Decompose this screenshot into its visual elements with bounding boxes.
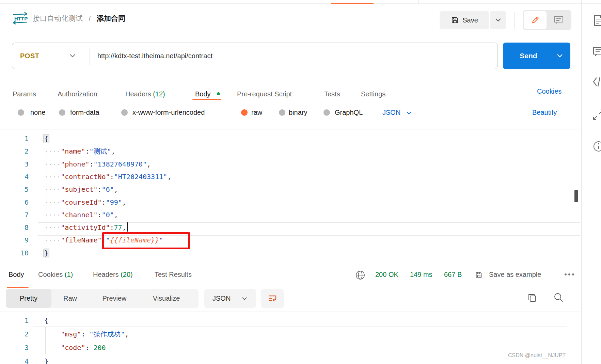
- radio-binary[interactable]: [279, 109, 285, 116]
- radio-raw-label[interactable]: raw: [251, 106, 262, 118]
- annotation-red-box: [102, 232, 190, 249]
- save-as-example-button[interactable]: Save as example: [489, 268, 541, 281]
- wrap-lines-button[interactable]: [261, 289, 284, 308]
- response-tab-cookies[interactable]: Cookies (1): [38, 268, 73, 281]
- comments-rail-icon[interactable]: [592, 46, 601, 58]
- radio-x-www-form-urlencoded[interactable]: [121, 109, 128, 116]
- cookies-link[interactable]: Cookies: [537, 85, 562, 97]
- tab-tests[interactable]: Tests: [324, 88, 340, 100]
- comments-button[interactable]: [548, 11, 570, 29]
- radio-none-label[interactable]: none: [30, 106, 46, 118]
- tab-params[interactable]: Params: [13, 88, 36, 100]
- line-number: 5: [0, 183, 29, 196]
- save-button-label: Save: [462, 16, 478, 24]
- active-tab-indicator: [331, 3, 374, 4]
- code-line[interactable]: 3 "code": 200: [0, 341, 581, 354]
- code-line[interactable]: 4}: [0, 354, 581, 364]
- code-line[interactable]: 8····"activityId":77,: [0, 221, 581, 234]
- comment-icon: [554, 16, 564, 25]
- edit-mode-button[interactable]: [524, 11, 547, 29]
- view-mode-pretty[interactable]: Pretty: [6, 289, 51, 308]
- language-selector[interactable]: JSON: [382, 106, 400, 118]
- view-mode-raw[interactable]: Raw: [51, 289, 89, 308]
- search-icon[interactable]: [553, 292, 564, 303]
- chevron-down-icon[interactable]: [69, 54, 76, 58]
- radio-none[interactable]: [18, 109, 24, 116]
- watermark: CSDN @nuist__NJUPT: [508, 352, 566, 359]
- response-time[interactable]: 149 ms: [410, 268, 432, 281]
- line-number: 3: [0, 341, 29, 354]
- code-line[interactable]: 1{: [0, 132, 581, 145]
- save-button[interactable]: Save: [440, 11, 489, 29]
- tab-settings[interactable]: Settings: [361, 88, 385, 100]
- editor-scrollbar-thumb[interactable]: [574, 190, 578, 202]
- globe-icon[interactable]: [355, 270, 365, 280]
- breadcrumb-request-name[interactable]: 添加合同: [97, 14, 125, 22]
- response-tab-body[interactable]: Body: [9, 268, 24, 281]
- code-line[interactable]: 4····"contractNo":"HT202403311",: [0, 171, 581, 183]
- radio-graphql-label[interactable]: GraphQL: [335, 106, 363, 118]
- more-options-icon[interactable]: [564, 272, 575, 276]
- response-size[interactable]: 667 B: [444, 268, 462, 281]
- radio-binary-label[interactable]: binary: [289, 106, 307, 118]
- code-line[interactable]: 7····"channel":"0",: [0, 209, 581, 221]
- save-icon: [451, 16, 459, 24]
- line-number: 6: [0, 196, 29, 209]
- chevron-down-icon: [242, 297, 247, 301]
- line-number: 9: [0, 234, 29, 247]
- response-tab-test-results[interactable]: Test Results: [155, 268, 192, 281]
- code-line[interactable]: 2 "msg": "操作成功",: [0, 327, 581, 341]
- code-line[interactable]: 10}: [0, 247, 581, 259]
- response-tab-headers[interactable]: Headers (20): [93, 268, 133, 281]
- documentation-icon[interactable]: [592, 14, 601, 27]
- radio-raw-selected[interactable]: [241, 109, 248, 116]
- chevron-down-icon: [495, 18, 501, 22]
- code-line[interactable]: 9····"fileName":"{{fileName}}": [0, 234, 581, 247]
- active-tab-underline: [192, 99, 221, 100]
- save-example-icon: [475, 271, 483, 279]
- radio-form-data-label[interactable]: form-data: [70, 106, 99, 118]
- header-divider: [515, 12, 515, 29]
- response-headers-count-badge: (20): [121, 271, 133, 278]
- line-number: 2: [0, 145, 29, 158]
- breadcrumb-collection[interactable]: 接口自动化测试: [33, 14, 83, 22]
- response-language-selector[interactable]: JSON: [204, 289, 256, 308]
- send-options-chevron-icon[interactable]: [557, 54, 563, 58]
- code-line[interactable]: 1{: [0, 314, 581, 327]
- radio-graphql[interactable]: [323, 109, 330, 116]
- open-tabs-strip[interactable]: [0, 0, 601, 4]
- beautify-link[interactable]: Beautify: [532, 106, 557, 118]
- view-mode-preview[interactable]: Preview: [89, 289, 140, 308]
- code-snippet-icon[interactable]: [592, 76, 601, 87]
- radio-x-www-form-urlencoded-label[interactable]: x-www-form-urlencoded: [132, 106, 205, 118]
- status-code[interactable]: 200 OK: [375, 268, 398, 281]
- line-number: 1: [0, 132, 29, 145]
- save-options-button[interactable]: [490, 11, 506, 29]
- code-line[interactable]: 2····"name":"测试",: [0, 145, 581, 158]
- chevron-down-icon[interactable]: [406, 111, 412, 115]
- code-line[interactable]: 3····"phone":"13827648970",: [0, 158, 581, 171]
- tab-authorization[interactable]: Authorization: [58, 88, 97, 100]
- send-button-label: Send: [503, 43, 554, 69]
- tab-headers[interactable]: Headers (12): [125, 88, 165, 100]
- line-number: 1: [0, 314, 29, 327]
- info-icon[interactable]: [592, 140, 601, 153]
- url-builder: POST http://kdtx-test.itheima.net/api/co…: [12, 43, 498, 69]
- http-method-icon: HTTP: [12, 12, 29, 25]
- radio-form-data[interactable]: [59, 109, 65, 116]
- code-line[interactable]: 5····"subject":"6",: [0, 183, 581, 196]
- send-button[interactable]: Send: [503, 43, 570, 69]
- tab-divider: [418, 0, 418, 4]
- collapse-expand-icon[interactable]: [592, 109, 601, 121]
- url-divider: [90, 48, 90, 65]
- line-number: 2: [0, 327, 29, 341]
- tab-pre-request-script[interactable]: Pre-request Script: [237, 88, 292, 100]
- url-input[interactable]: http://kdtx-test.itheima.net/api/contrac…: [97, 43, 212, 69]
- headers-count-badge: (12): [153, 90, 165, 98]
- code-line[interactable]: 6····"courseId":"99",: [0, 196, 581, 209]
- view-mode-visualize[interactable]: Visualize: [140, 289, 193, 308]
- copy-icon[interactable]: [527, 293, 537, 303]
- response-active-tab-underline: [7, 287, 29, 288]
- tab-body[interactable]: Body: [195, 88, 211, 100]
- method-selector[interactable]: POST: [20, 43, 39, 69]
